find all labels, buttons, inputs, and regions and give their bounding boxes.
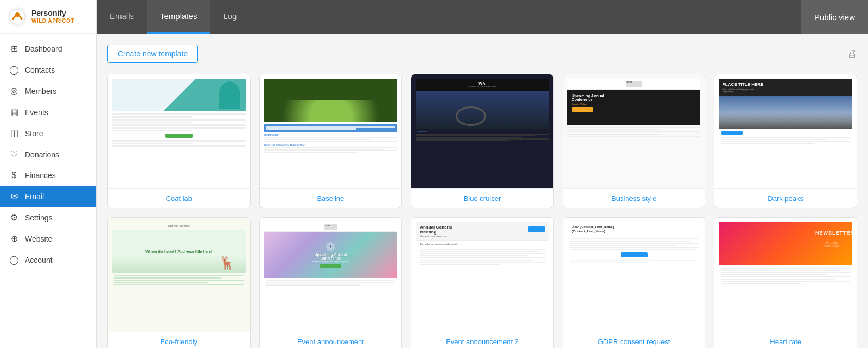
members-icon: ◎	[9, 86, 20, 96]
tab-emails[interactable]: Emails	[97, 0, 147, 34]
sidebar-item-label-finances: Finances	[25, 171, 56, 180]
sidebar-item-donations[interactable]: ♡ Donations	[0, 144, 96, 165]
template-card-blue-cruiser[interactable]: WA NEWSLETTER / MAY 2050 OVERVIEW Blue c…	[411, 74, 554, 208]
template-thumb-gdpr-consent-request: Dear {Contact_First_Name}{Contact_Last_N…	[563, 218, 705, 332]
sidebar-item-label-donations: Donations	[25, 150, 59, 159]
template-label-blue-cruiser: Blue cruiser	[411, 188, 553, 208]
template-label-dark-peaks: Dark peaks	[714, 188, 857, 208]
template-thumb-heart-rate: WE CAREABOUT YOU	[714, 218, 857, 332]
sidebar-item-email[interactable]: ✉ Email	[0, 186, 96, 207]
svg-point-2	[15, 12, 20, 17]
template-label-heart-rate: Heart rate	[714, 332, 857, 348]
template-label-eco-friendly: Eco-friendly	[108, 332, 250, 348]
sidebar: Personify WILD APRICOT ⊞ Dashboard ◯ Con…	[0, 0, 97, 348]
sidebar-item-label-account: Account	[25, 256, 53, 264]
content-header: Create new template 🖨	[107, 45, 857, 63]
sidebar-item-label-settings: Settings	[25, 213, 53, 222]
print-icon[interactable]: 🖨	[847, 48, 857, 60]
sidebar-nav: ⊞ Dashboard ◯ Contacts ◎ Members ▦ Event…	[0, 34, 96, 348]
sidebar-item-events[interactable]: ▦ Events	[0, 102, 96, 123]
dashboard-icon: ⊞	[9, 43, 20, 54]
template-thumb-business-style: LOGO Upcoming AnnualConference Register …	[563, 74, 705, 188]
sidebar-item-dashboard[interactable]: ⊞ Dashboard	[0, 38, 96, 59]
content-area: Create new template 🖨	[97, 34, 868, 348]
template-card-business-style[interactable]: LOGO Upcoming AnnualConference Register …	[563, 74, 706, 208]
sidebar-item-label-website: Website	[25, 235, 52, 243]
finances-icon: $	[9, 170, 20, 180]
template-grid: Coat lab OVERVIEW WHAT IS	[107, 74, 857, 348]
sidebar-item-members[interactable]: ◎ Members	[0, 80, 96, 102]
template-thumb-blue-cruiser: WA NEWSLETTER / MAY 2050 OVERVIEW	[411, 74, 553, 188]
website-icon: ⊕	[9, 233, 20, 244]
template-thumb-dark-peaks: PLACE TITLE HERE Short subtitle text her…	[714, 74, 857, 188]
sidebar-item-label-members: Members	[25, 87, 56, 96]
template-label-baseline: Baseline	[260, 188, 402, 208]
account-icon: ◯	[9, 255, 20, 265]
sidebar-item-label-email: Email	[25, 192, 44, 201]
template-thumb-coat-lab	[108, 74, 250, 188]
template-thumb-baseline: OVERVIEW WHAT IS AN EMAIL TEMPLATE?	[260, 74, 402, 188]
sidebar-item-store[interactable]: ◫ Store	[0, 123, 96, 144]
brand-logo[interactable]: Personify WILD APRICOT	[0, 0, 96, 34]
template-thumb-eco-friendly: add your title here Where do I start? Ad…	[108, 218, 250, 332]
template-label-event-announcement-2: Event announcement 2	[411, 332, 553, 348]
template-card-dark-peaks[interactable]: PLACE TITLE HERE Short subtitle text her…	[714, 74, 857, 208]
create-new-template-button[interactable]: Create new template	[107, 45, 198, 63]
tab-log[interactable]: Log	[210, 0, 250, 34]
template-label-gdpr-consent-request: GDPR consent request	[563, 332, 705, 348]
template-card-heart-rate[interactable]: WE CAREABOUT YOU Heart rate	[714, 217, 857, 348]
settings-icon: ⚙	[9, 212, 20, 223]
sidebar-item-contacts[interactable]: ◯ Contacts	[0, 59, 96, 80]
donations-icon: ♡	[9, 149, 20, 160]
sidebar-item-account[interactable]: ◯ Account	[0, 249, 96, 270]
sidebar-item-settings[interactable]: ⚙ Settings	[0, 207, 96, 228]
sidebar-item-label-contacts: Contacts	[25, 66, 55, 74]
public-view-button[interactable]: Public view	[801, 0, 868, 34]
template-label-business-style: Business style	[563, 188, 705, 208]
tab-templates[interactable]: Templates	[147, 0, 210, 34]
brand-subtitle: WILD APRICOT	[31, 18, 74, 24]
store-icon: ◫	[9, 128, 20, 138]
sidebar-item-label-store: Store	[25, 129, 43, 138]
sidebar-item-label-dashboard: Dashboard	[25, 45, 62, 53]
logo-icon	[8, 7, 27, 27]
events-icon: ▦	[9, 107, 20, 117]
sidebar-item-finances[interactable]: $ Finances	[0, 165, 96, 186]
template-thumb-event-announcement: LOGO ◈ Upcoming AnnualConference Registe…	[260, 218, 402, 332]
sidebar-item-website[interactable]: ⊕ Website	[0, 228, 96, 249]
sidebar-item-label-events: Events	[25, 108, 48, 117]
template-card-gdpr-consent-request[interactable]: Dear {Contact_First_Name}{Contact_Last_N…	[563, 217, 706, 348]
template-card-event-announcement-2[interactable]: Annual GeneralMeeting Date and venue det…	[411, 217, 554, 348]
brand-name: Personify	[31, 9, 74, 17]
topbar-tabs: Emails Templates Log	[97, 0, 250, 34]
template-label-event-announcement: Event announcement	[260, 332, 402, 348]
email-icon: ✉	[9, 191, 20, 201]
contacts-icon: ◯	[9, 65, 20, 75]
template-card-coat-lab[interactable]: Coat lab	[107, 74, 251, 208]
template-card-eco-friendly[interactable]: add your title here Where do I start? Ad…	[107, 217, 251, 348]
brand-text: Personify WILD APRICOT	[31, 9, 74, 23]
template-card-event-announcement[interactable]: LOGO ◈ Upcoming AnnualConference Registe…	[259, 217, 403, 348]
main-area: Emails Templates Log Public view Create …	[97, 0, 868, 348]
topbar: Emails Templates Log Public view	[97, 0, 868, 34]
template-card-baseline[interactable]: OVERVIEW WHAT IS AN EMAIL TEMPLATE? Base…	[259, 74, 403, 208]
template-label-coat-lab: Coat lab	[108, 188, 250, 208]
template-thumb-event-announcement-2: Annual GeneralMeeting Date and venue det…	[411, 218, 553, 332]
